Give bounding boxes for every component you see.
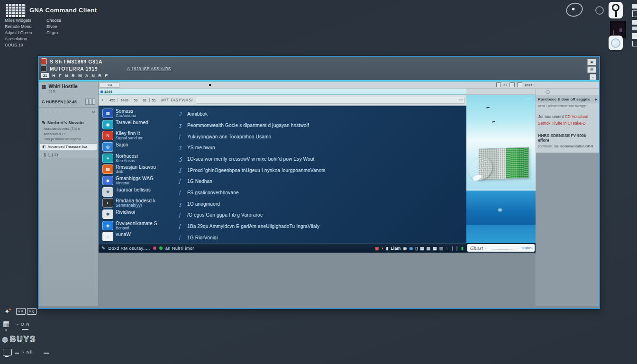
green-indicator-icon[interactable] <box>159 246 163 250</box>
app-entry[interactable]: ◆ Gmanbiggs WAG Vinterat <box>102 176 174 187</box>
menu-list-item[interactable]: Ʒ 1O-sea wor merily cressowV w mixe bohr… <box>179 154 466 165</box>
sidebar-section-row[interactable]: ✎ Norbert's Novato <box>39 119 98 126</box>
app-icon[interactable]: ◌ <box>102 232 113 241</box>
edge-shortcut-icon[interactable] <box>632 20 637 25</box>
tray-icon[interactable]: ▣ <box>374 246 379 251</box>
app-entry[interactable]: ✽ Rividiwoi <box>102 209 174 221</box>
tray-icon[interactable]: ▤ <box>427 246 431 251</box>
header-toolbar-glyphs[interactable]: H F N R M A N B E <box>52 73 109 78</box>
display-icon[interactable] <box>3 349 12 355</box>
key-shortcut-icon[interactable] <box>609 2 623 18</box>
app-icon[interactable]: ◎ <box>102 142 113 152</box>
tray-icon[interactable]: ▯ <box>415 246 418 251</box>
toolbar-counts[interactable]: 4551488596151 <box>107 98 158 102</box>
app-entry[interactable]: ▩ Rmsasjan Lisavou dink <box>102 164 174 176</box>
tray-icon[interactable]: ◉ <box>403 246 407 251</box>
app-entry[interactable]: ◎ Sajon <box>102 142 174 154</box>
menu-item[interactable]: A resolution <box>5 36 100 43</box>
item-text[interactable]: 1G Nedhan <box>187 179 212 184</box>
item-text[interactable]: Peommonwealth Gocle s dipartment d jugay… <box>187 123 309 128</box>
tray-icon[interactable]: Liam <box>391 246 400 251</box>
app-icon[interactable]: ✽ <box>102 209 113 219</box>
app-label[interactable]: Rividiwoi <box>116 209 135 215</box>
menu-list-item[interactable]: ʄ 1Ba 29qu Ammyldcvn E garlAm eneUiigigh… <box>179 221 466 232</box>
menu-item[interactable]: Adjust I Green Cl gro <box>5 30 100 36</box>
apps-launcher-icon[interactable]: ✦ <box>4 308 10 315</box>
checkbox[interactable] <box>510 82 515 87</box>
tab-small[interactable]: 304 <box>100 82 119 88</box>
menu-item[interactable]: Miles Widgets Choose <box>5 18 100 24</box>
progress-circle-icon[interactable]: ◔ <box>100 97 104 103</box>
red-indicator-icon[interactable] <box>153 246 156 250</box>
count-badge[interactable]: 455 <box>107 98 118 102</box>
tray-icon[interactable]: ◌ <box>446 246 448 251</box>
tray-icon[interactable]: ❘ ❘ <box>450 246 459 251</box>
menu-list-item[interactable]: ʃ /G egos Gun ggpa Fib g Varoraroc <box>179 209 466 221</box>
tab-main[interactable]: 1244 <box>100 90 112 94</box>
maximize-button[interactable]: ▤ <box>587 66 596 73</box>
edge-shortcut-icon[interactable] <box>632 10 637 17</box>
close-button[interactable]: ▪ <box>590 74 596 80</box>
tray-icon[interactable]: ◉ <box>409 246 413 251</box>
item-text[interactable]: 1O-sea wor merily cressowV w mixe bohr'd… <box>187 156 315 162</box>
minimize-button[interactable]: ▣ <box>587 59 596 65</box>
item-text[interactable]: 1O anogmuord <box>187 201 220 207</box>
grid-icon[interactable]: ▦ <box>3 319 9 328</box>
item-text[interactable]: FS gsaliconverhbovane <box>187 190 239 195</box>
count-badge[interactable]: 1488 <box>118 98 131 102</box>
menu-list-item[interactable]: ʃ 1G RiorVoniqi <box>179 232 466 243</box>
header-link[interactable]: A-1929 ISE ASSIA/OS <box>127 66 171 71</box>
chevron-right-icon[interactable]: ▸ <box>595 97 597 101</box>
edge-shortcut-icon[interactable] <box>632 4 637 9</box>
item-text[interactable]: 1Proxd 'ghinOgeenbpoa tnUgeuu I nynkoa l… <box>187 168 325 173</box>
app-icon[interactable]: ◈ <box>102 221 113 230</box>
app-entry[interactable]: ◈ Ovvueonikamate S Bcnpotl <box>102 221 174 232</box>
item-text[interactable]: 1G RiorVoniqi <box>187 235 218 240</box>
tray-icon[interactable]: ▮ <box>386 246 388 251</box>
menu-list-item[interactable]: ʒ YS me.hwun <box>179 142 466 154</box>
menu-item-label[interactable]: Remote Menu <box>5 24 42 30</box>
menu-list-item[interactable]: ʒ 1O anogmuord <box>179 198 466 209</box>
menu-item-label[interactable]: COUS 10 <box>5 43 42 49</box>
checkbox[interactable] <box>496 82 501 87</box>
tray-icon[interactable]: ▤ <box>420 246 424 251</box>
item-text[interactable]: 1Ba 29qu Ammyldcvn E garlAm eneUiigighad… <box>187 224 319 229</box>
app-icon[interactable]: ◆ <box>102 176 113 185</box>
app-icon[interactable]: ◉ <box>102 120 113 129</box>
tray-icon[interactable]: ▤ <box>433 246 437 251</box>
edge-shortcut-icon[interactable] <box>632 41 637 46</box>
menu-item[interactable]: Remote Menu Elvee <box>5 24 100 30</box>
cursor-swirl-icon[interactable] <box>564 1 585 19</box>
app-entry[interactable]: N Kiley finn It Signal sand mc <box>102 131 174 142</box>
app-icon[interactable]: ▦ <box>102 109 113 118</box>
app-label[interactable]: Tuaroar bellisos <box>116 187 151 192</box>
search-bar[interactable]: Ghost status <box>467 244 535 252</box>
sidebar-selected-item[interactable]: ◧ Advanced Treasure lica <box>40 143 97 150</box>
app-entry[interactable]: ▦ Somass CruAnoono <box>102 109 174 120</box>
tray-icon[interactable]: ▥ <box>439 246 444 251</box>
checkbox[interactable] <box>517 82 522 87</box>
app-entry[interactable]: ✦ Norhucosi Keo Ansos <box>102 154 174 165</box>
app-icon[interactable]: ✦ <box>102 154 113 163</box>
item-text[interactable]: Annibbok <box>187 111 208 117</box>
desktop-badge[interactable]: N.Q <box>27 308 36 315</box>
sidebar-last-item[interactable]: § 1.1 Fr <box>39 152 98 158</box>
count-badge[interactable]: 51 <box>149 98 158 102</box>
keyboard-icon[interactable] <box>6 4 26 17</box>
menu-list-item[interactable]: ʆ 1Proxd 'ghinOgeenbpoa tnUgeuu I nynkoa… <box>179 164 466 176</box>
sidebar-group-row[interactable]: G HUBBEN | 92.46 <box>39 98 98 106</box>
menu-item-label[interactable]: A resolution <box>5 36 42 43</box>
edge-shortcut-icon[interactable] <box>632 27 637 30</box>
menu-item[interactable]: COUS 10 <box>5 43 100 49</box>
menu-list-item[interactable]: ʃ 1G Nedhan <box>179 176 466 187</box>
sidebar-host-row[interactable]: ▥ Whirl Hostile <box>39 82 98 89</box>
menu-item-label[interactable]: Adjust I Green <box>5 30 42 36</box>
small-circle-icon[interactable] <box>595 6 604 15</box>
edge-shortcut-icon[interactable] <box>632 33 637 39</box>
count-badge[interactable]: 59 <box>131 98 140 102</box>
globe-shortcut-icon[interactable] <box>609 36 623 50</box>
app-icon[interactable]: ▩ <box>102 164 113 174</box>
sidebar-muted-row[interactable]: ··············· M <box>39 109 98 115</box>
buys-shortcut[interactable]: ◍ BUYS <box>2 335 36 344</box>
hint-panel-header[interactable]: Kondosoc & dom off ssggda ▸ <box>536 95 599 103</box>
